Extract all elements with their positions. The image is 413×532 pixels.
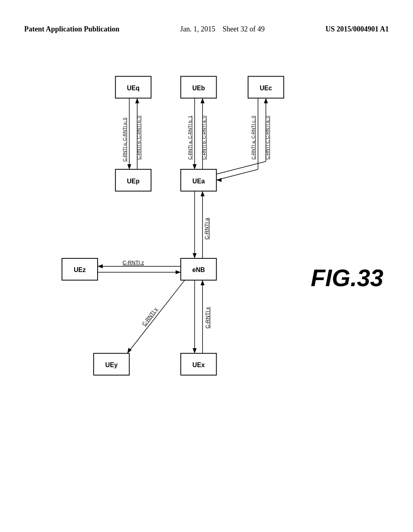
svg-line-46: [127, 280, 185, 353]
patent-number: US 2015/0004901 A1: [325, 24, 389, 34]
page-header: Patent Application Publication Jan. 1, 2…: [0, 24, 413, 34]
svg-text:UEc: UEc: [260, 85, 272, 91]
svg-marker-19: [200, 98, 204, 103]
svg-text:C-RNTI a: C-RNTI a: [204, 218, 210, 240]
svg-text:UEz: UEz: [74, 266, 86, 273]
svg-text:UEp: UEp: [127, 178, 140, 185]
svg-text:C-RNTI x: C-RNTI x: [204, 307, 211, 328]
svg-marker-40: [98, 264, 103, 268]
svg-text:C-RNTI q, C-RNTI p, 0: C-RNTI q, C-RNTI p, 0: [136, 116, 141, 160]
date-sheet: Jan. 1, 2015 Sheet 32 of 49: [180, 24, 265, 34]
publication-date: Jan. 1, 2015: [180, 25, 215, 33]
svg-marker-27: [264, 98, 268, 103]
svg-text:UEy: UEy: [105, 362, 118, 368]
svg-marker-17: [193, 164, 197, 169]
svg-line-24: [217, 169, 258, 180]
svg-text:FIG.33: FIG.33: [311, 265, 384, 291]
svg-text:C-RNTI a, C-RNTI b, 1: C-RNTI a, C-RNTI b, 1: [188, 116, 192, 160]
svg-text:eNB: eNB: [192, 266, 205, 273]
svg-text:UEx: UEx: [192, 362, 205, 368]
svg-marker-42: [175, 270, 181, 274]
svg-text:C-RNTI z: C-RNTI z: [123, 260, 144, 266]
svg-marker-13: [135, 98, 139, 103]
svg-text:C-RNTI b, C-RNTI a, 0: C-RNTI b, C-RNTI a, 0: [202, 116, 206, 160]
svg-marker-52: [193, 348, 197, 353]
svg-marker-11: [127, 164, 131, 169]
svg-marker-54: [200, 280, 204, 285]
svg-text:UEq: UEq: [127, 85, 140, 91]
svg-marker-33: [193, 253, 197, 258]
sheet-info: Sheet 32 of 49: [223, 25, 265, 33]
svg-text:C-RNTI p, C-RNTI q, 0: C-RNTI p, C-RNTI q, 0: [122, 118, 127, 162]
svg-text:UEa: UEa: [192, 178, 205, 185]
figure-diagram: UEq UEb UEc UEp UEa C-RNTI p, C-RNTI q, …: [24, 64, 389, 500]
svg-line-26: [217, 162, 266, 174]
svg-text:UEb: UEb: [192, 85, 205, 91]
publication-label: Patent Application Publication: [24, 24, 119, 34]
svg-marker-35: [200, 191, 204, 196]
svg-text:C-RNTI c, C-RNTI a, 0: C-RNTI c, C-RNTI a, 0: [265, 116, 270, 160]
svg-text:C-RNTI a, C-RNTI c, 0: C-RNTI a, C-RNTI c, 0: [251, 116, 256, 160]
